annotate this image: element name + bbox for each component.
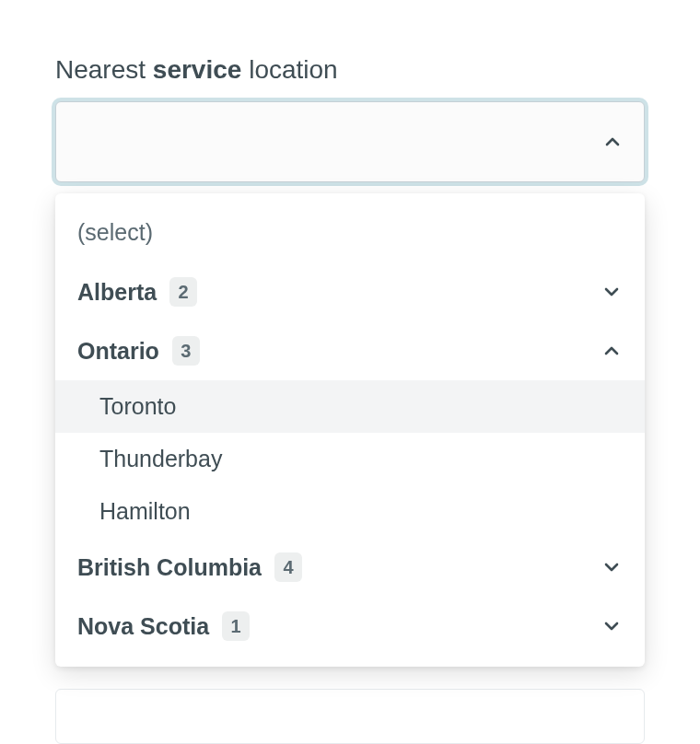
dropdown-listbox: (select) Alberta2Ontario3TorontoThunderb… — [55, 193, 645, 667]
field-label: Nearest service location — [55, 55, 645, 85]
location-search-input[interactable] — [76, 122, 601, 161]
group-header[interactable]: Nova Scotia1 — [55, 597, 645, 656]
chevron-up-icon — [601, 131, 624, 153]
list-option[interactable]: Hamilton — [55, 485, 645, 538]
group-name: Ontario — [77, 338, 159, 365]
count-badge: 1 — [222, 611, 250, 641]
group-header[interactable]: Ontario3 — [55, 321, 645, 380]
label-suffix: location — [241, 55, 337, 84]
list-option[interactable]: Toronto — [55, 380, 645, 433]
group-name: British Columbia — [77, 554, 262, 581]
group-name: Nova Scotia — [77, 613, 209, 640]
panel-below — [55, 689, 645, 744]
chevron-down-icon — [601, 281, 623, 303]
combobox-control[interactable] — [55, 101, 645, 182]
count-badge: 4 — [274, 552, 302, 582]
group-name: Alberta — [77, 279, 157, 306]
chevron-up-icon — [601, 340, 623, 362]
chevron-down-icon — [601, 556, 623, 578]
group-header[interactable]: British Columbia4 — [55, 538, 645, 597]
count-badge: 2 — [169, 277, 197, 307]
chevron-down-icon — [601, 615, 623, 637]
label-prefix: Nearest — [55, 55, 153, 84]
group-header[interactable]: Alberta2 — [55, 262, 645, 321]
count-badge: 3 — [172, 336, 200, 366]
list-option[interactable]: Thunderbay — [55, 433, 645, 485]
placeholder-option[interactable]: (select) — [55, 203, 645, 262]
label-bold: service — [153, 55, 242, 84]
location-combobox: (select) Alberta2Ontario3TorontoThunderb… — [55, 101, 645, 182]
